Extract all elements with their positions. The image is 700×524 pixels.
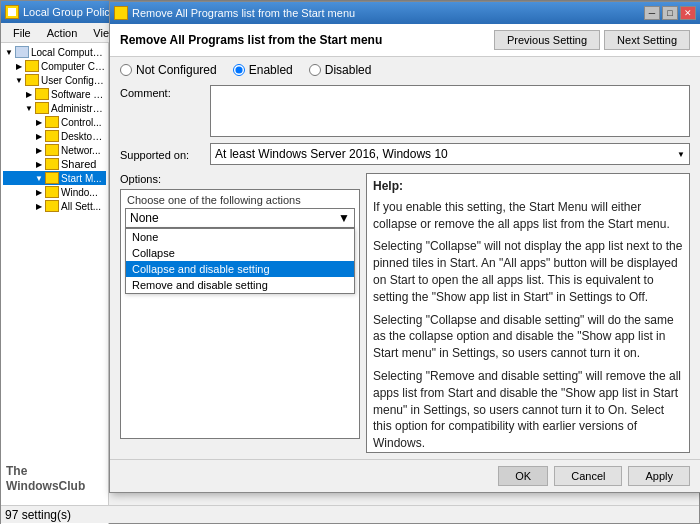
svg-rect-1 xyxy=(12,8,16,12)
dropdown-menu: None Collapse Collapse and disable setti… xyxy=(125,228,355,294)
radio-disabled[interactable]: Disabled xyxy=(309,63,372,77)
sidebar-item-computer-config[interactable]: ▶ Computer Con... xyxy=(3,59,106,73)
sidebar-item-admin[interactable]: ▼ Administra... xyxy=(3,101,106,115)
folder-icon-start xyxy=(45,172,59,184)
supported-label: Supported on: xyxy=(120,147,210,161)
sidebar-item-network[interactable]: ▶ Networ... xyxy=(3,143,106,157)
supported-value-box: At least Windows Server 2016, Windows 10… xyxy=(210,143,690,165)
radio-disabled-input[interactable] xyxy=(309,64,321,76)
watermark-line2: WindowsClub xyxy=(6,479,85,493)
settings-dialog: Remove All Programs list from the Start … xyxy=(109,1,700,493)
content-area: ▼ Local Computer P... ▶ Computer Con... … xyxy=(1,43,699,524)
folder-icon-desk xyxy=(45,130,59,142)
sidebar-item-windows[interactable]: ▶ Windo... xyxy=(3,185,106,199)
sidebar-item-control[interactable]: ▶ Control... xyxy=(3,115,106,129)
sidebar-label-uc: User Configur... xyxy=(41,75,106,86)
dialog-nav-buttons: Previous Setting Next Setting xyxy=(494,30,690,50)
menu-action[interactable]: Action xyxy=(39,25,86,41)
radio-not-configured-input[interactable] xyxy=(120,64,132,76)
ok-button[interactable]: OK xyxy=(498,466,548,486)
folder-icon-allsett xyxy=(45,200,59,212)
folder-icon-adm xyxy=(35,102,49,114)
dropdown-arrow-icon: ▼ xyxy=(338,211,350,225)
sidebar-label-start: Start M... xyxy=(61,173,102,184)
dialog-close-btn[interactable]: ✕ xyxy=(680,6,696,20)
folder-icon-sw xyxy=(35,88,49,100)
sidebar-label-ctrl: Control... xyxy=(61,117,102,128)
sidebar-item-user-config[interactable]: ▼ User Configur... xyxy=(3,73,106,87)
dialog-maximize-btn[interactable]: □ xyxy=(662,6,678,20)
sidebar-tree: ▼ Local Computer P... ▶ Computer Con... … xyxy=(1,43,108,215)
sidebar-label-shared: Shared xyxy=(61,158,96,170)
radio-enabled-label: Enabled xyxy=(249,63,293,77)
sidebar-label-cc: Computer Con... xyxy=(41,61,106,72)
folder-icon xyxy=(15,46,29,58)
app-icon xyxy=(5,5,19,19)
sidebar-item-shared[interactable]: ▶ Shared xyxy=(3,157,106,171)
svg-rect-0 xyxy=(8,8,12,12)
sidebar-label-adm: Administra... xyxy=(51,103,106,114)
main-window: Local Group Polic... ─ □ ✕ File Action V… xyxy=(0,0,700,524)
help-text: If you enable this setting, the Start Me… xyxy=(373,199,683,453)
expand-icon: ▼ xyxy=(3,46,15,58)
dropdown-selected-text: None xyxy=(130,211,159,225)
apply-button[interactable]: Apply xyxy=(628,466,690,486)
dialog-title-text: Remove All Programs list from the Start … xyxy=(132,7,355,19)
expand-icon-uc: ▼ xyxy=(13,74,25,86)
sidebar-item-local-computer[interactable]: ▼ Local Computer P... xyxy=(3,45,106,59)
title-bar-left: Local Group Polic... xyxy=(5,5,119,19)
dialog-header-title: Remove All Programs list from the Start … xyxy=(120,33,494,47)
radio-section: Not Configured Enabled Disabled xyxy=(120,63,690,77)
sidebar-label-allsett: All Sett... xyxy=(61,201,101,212)
folder-icon-net xyxy=(45,144,59,156)
folder-icon-ctrl xyxy=(45,116,59,128)
watermark: The WindowsClub xyxy=(6,464,85,493)
dropdown-option-collapse-disable[interactable]: Collapse and disable setting xyxy=(126,261,354,277)
supported-value-text: At least Windows Server 2016, Windows 10 xyxy=(215,147,448,161)
sidebar: ▼ Local Computer P... ▶ Computer Con... … xyxy=(1,43,109,524)
expand-icon-ctrl: ▶ xyxy=(33,116,45,128)
supported-dropdown-arrow: ▼ xyxy=(677,150,685,159)
expand-icon-cc: ▶ xyxy=(13,60,25,72)
sidebar-item-startmenu[interactable]: ▼ Start M... xyxy=(3,171,106,185)
options-header: Options: xyxy=(120,173,360,185)
options-box: Choose one of the following actions None… xyxy=(120,189,360,439)
dropdown-option-remove-disable[interactable]: Remove and disable setting xyxy=(126,277,354,293)
watermark-line1: The xyxy=(6,464,85,478)
sidebar-item-allsett[interactable]: ▶ All Sett... xyxy=(3,199,106,213)
dialog-title-bar: Remove All Programs list from the Start … xyxy=(110,2,700,24)
cancel-button[interactable]: Cancel xyxy=(554,466,622,486)
folder-icon-cc xyxy=(25,60,39,72)
dialog-header: Remove All Programs list from the Start … xyxy=(110,24,700,57)
sidebar-item-desktop[interactable]: ▶ Desktop... xyxy=(3,129,106,143)
help-panel: Help: If you enable this setting, the St… xyxy=(366,173,690,453)
expand-icon-adm: ▼ xyxy=(23,102,35,114)
dropdown-select[interactable]: None ▼ xyxy=(125,208,355,228)
radio-not-configured[interactable]: Not Configured xyxy=(120,63,217,77)
dialog-minimize-btn[interactable]: ─ xyxy=(644,6,660,20)
dialog-icon xyxy=(114,6,128,20)
radio-disabled-label: Disabled xyxy=(325,63,372,77)
sidebar-label-local: Local Computer P... xyxy=(31,47,106,58)
expand-icon-allsett: ▶ xyxy=(33,200,45,212)
radio-enabled-input[interactable] xyxy=(233,64,245,76)
expand-icon-start: ▼ xyxy=(33,172,45,184)
menu-file[interactable]: File xyxy=(5,25,39,41)
radio-enabled[interactable]: Enabled xyxy=(233,63,293,77)
folder-icon-uc xyxy=(25,74,39,86)
prev-setting-button[interactable]: Previous Setting xyxy=(494,30,600,50)
expand-icon-win: ▶ xyxy=(33,186,45,198)
dropdown-option-none[interactable]: None xyxy=(126,229,354,245)
expand-icon-shared: ▶ xyxy=(33,158,45,170)
radio-not-configured-label: Not Configured xyxy=(136,63,217,77)
dropdown-option-collapse[interactable]: Collapse xyxy=(126,245,354,261)
next-setting-button[interactable]: Next Setting xyxy=(604,30,690,50)
sidebar-item-software[interactable]: ▶ Software S...' xyxy=(3,87,106,101)
main-title-text: Local Group Polic... xyxy=(23,6,119,18)
comment-label: Comment: xyxy=(120,85,210,137)
comment-textarea[interactable] xyxy=(210,85,690,137)
svg-rect-2 xyxy=(8,12,12,16)
dialog-body: Not Configured Enabled Disabled Comment: xyxy=(110,57,700,459)
options-help-section: Options: Choose one of the following act… xyxy=(120,173,690,453)
sidebar-label-win: Windo... xyxy=(61,187,98,198)
